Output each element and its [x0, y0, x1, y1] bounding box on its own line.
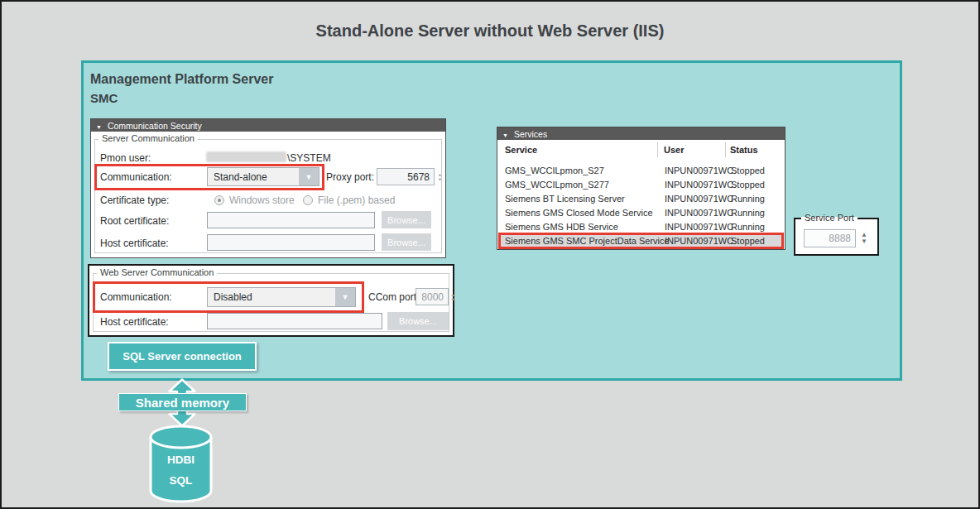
- host-certificate-browse-button[interactable]: Browse...: [382, 233, 431, 251]
- service-port-field[interactable]: 8888: [804, 229, 856, 247]
- table-row-highlighted[interactable]: Siemens GMS SMC ProjectData Service INPU…: [499, 234, 783, 248]
- cell-user: INPUN00971WC: [665, 220, 733, 234]
- radio-windows-store[interactable]: [214, 195, 224, 205]
- cell-status: Stopped: [731, 164, 765, 178]
- web-host-certificate-browse-button[interactable]: Browse...: [387, 312, 449, 330]
- service-port-spinner[interactable]: [858, 229, 870, 247]
- column-header-status[interactable]: Status: [730, 145, 758, 155]
- database-label-line2: SQL: [148, 474, 214, 487]
- page-title: Stand-Alone Server without Web Server (I…: [2, 22, 978, 41]
- cell-service: Siemens GMS SMC ProjectData Service: [505, 234, 670, 248]
- column-separator: [657, 142, 658, 157]
- cell-status: Running: [731, 206, 765, 220]
- communication-security-header[interactable]: Communication Security: [91, 119, 445, 132]
- cell-service: Siemens GMS Closed Mode Service: [505, 206, 653, 220]
- panel-header-title: Services: [514, 129, 547, 139]
- ccom-port-value: 8000: [421, 291, 444, 303]
- proxy-port-spinner[interactable]: [435, 168, 444, 185]
- root-certificate-browse-button[interactable]: Browse...: [382, 211, 431, 228]
- ccom-port-spinner[interactable]: [449, 288, 457, 305]
- host-certificate-input[interactable]: [207, 234, 375, 251]
- pmon-user-value: \SYSTEM: [287, 152, 331, 164]
- web-server-group-label: Web Server Communication: [97, 267, 217, 277]
- column-header-user[interactable]: User: [664, 145, 684, 155]
- pmon-user-redacted: [206, 151, 286, 162]
- cell-status: Stopped: [731, 178, 765, 192]
- ccom-port-field[interactable]: 8000: [416, 288, 449, 305]
- cell-service: Siemens GMS HDB Service: [505, 220, 618, 234]
- column-header-service[interactable]: Service: [505, 145, 537, 155]
- radio-windows-store-label: Windows store: [229, 194, 295, 206]
- proxy-port-field[interactable]: 5678: [377, 168, 435, 185]
- proxy-port-value: 5678: [407, 171, 430, 183]
- communication-security-panel: Communication Security Server Communicat…: [90, 118, 446, 258]
- proxy-port-label: Proxy port:: [326, 171, 374, 183]
- certificate-type-label: Certificate type:: [100, 194, 169, 206]
- cell-status: Running: [731, 220, 765, 234]
- cell-user: INPUN00971WC: [665, 234, 733, 248]
- cell-user: INPUN00971WC: [665, 206, 733, 220]
- cell-status: Running: [731, 192, 765, 206]
- platform-title: Management Platform Server: [90, 72, 273, 87]
- services-panel: Services Service User Status GMS_WCCILpm…: [497, 127, 785, 250]
- web-communication-label: Communication:: [100, 291, 172, 303]
- cell-user: INPUN00971WC: [665, 192, 733, 206]
- pmon-user-label: Pmon user:: [100, 152, 151, 164]
- collapse-triangle-icon: [96, 121, 102, 131]
- radio-file-pem-label: File (.pem) based: [318, 194, 395, 206]
- web-communication-dropdown[interactable]: Disabled: [207, 287, 356, 307]
- chevron-down-icon[interactable]: [299, 168, 319, 185]
- ccom-port-label: CCom port:: [368, 291, 419, 303]
- cell-user: INPUN00971WC: [665, 164, 733, 178]
- service-port-value: 8888: [829, 233, 851, 244]
- communication-dropdown-value: Stand-alone: [208, 168, 299, 185]
- cell-service: Siemens BT Licensing Server: [505, 192, 625, 206]
- root-certificate-label: Root certificate:: [100, 215, 169, 227]
- cell-service: GMS_WCCILpmon_S27: [505, 164, 604, 178]
- sql-server-connection-button[interactable]: SQL Server connection: [108, 342, 257, 371]
- shared-memory-label: Shared memory: [118, 393, 247, 411]
- cell-service: GMS_WCCILpmon_S277: [505, 178, 609, 192]
- cell-status: Stopped: [731, 234, 765, 248]
- service-port-box: Service Port 8888: [794, 218, 879, 256]
- table-row[interactable]: Siemens GMS HDB Service INPUN00971WC Run…: [499, 220, 783, 234]
- radio-file-pem[interactable]: [303, 195, 313, 205]
- chevron-down-icon[interactable]: [335, 288, 355, 306]
- database-label-line1: HDBI: [148, 454, 214, 466]
- root-certificate-input[interactable]: [207, 212, 375, 228]
- service-port-label: Service Port: [801, 213, 858, 223]
- web-host-certificate-label: Host certificate:: [100, 316, 169, 328]
- diagram-canvas: Stand-Alone Server without Web Server (I…: [0, 0, 980, 509]
- communication-label: Communication:: [100, 171, 172, 183]
- table-row[interactable]: GMS_WCCILpmon_S277 INPUN00971WC Stopped: [499, 178, 783, 192]
- web-server-communication-panel: Web Server Communication Communication: …: [88, 264, 454, 337]
- web-host-certificate-input[interactable]: [207, 313, 382, 329]
- table-row[interactable]: GMS_WCCILpmon_S27 INPUN00971WC Stopped: [499, 164, 783, 178]
- services-header[interactable]: Services: [497, 127, 785, 140]
- collapse-triangle-icon: [502, 129, 508, 139]
- web-communication-dropdown-value: Disabled: [208, 288, 335, 306]
- server-communication-group-label: Server Communication: [98, 133, 198, 143]
- platform-subtitle: SMC: [90, 91, 118, 105]
- host-certificate-label: Host certificate:: [100, 238, 169, 249]
- column-separator: [725, 142, 726, 157]
- table-row[interactable]: Siemens GMS Closed Mode Service INPUN009…: [499, 206, 783, 220]
- cell-user: INPUN00971WC: [665, 178, 733, 192]
- communication-dropdown[interactable]: Stand-alone: [207, 167, 319, 186]
- table-row[interactable]: Siemens BT Licensing Server INPUN00971WC…: [499, 192, 783, 206]
- panel-header-title: Communication Security: [108, 121, 202, 131]
